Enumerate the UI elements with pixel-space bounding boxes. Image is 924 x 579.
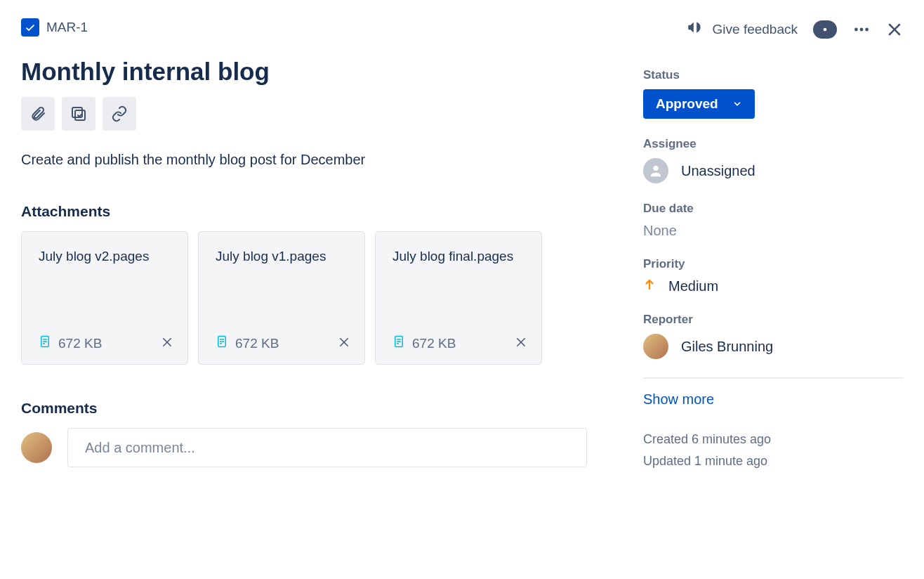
remove-attachment-button[interactable] [338,336,350,351]
attachment-name: July blog final.pages [392,249,527,264]
attachment-size: 672 KB [235,336,279,351]
updated-timestamp: Updated 1 minute ago [643,450,903,472]
priority-field[interactable]: Medium [643,278,903,294]
reporter-avatar [643,334,668,359]
status-value: Approved [656,96,718,112]
attachment-name: July blog v2.pages [39,249,173,264]
assignee-field[interactable]: Unassigned [643,158,903,183]
watch-icon[interactable] [813,20,837,39]
due-date-value[interactable]: None [643,223,903,239]
attachment-size: 672 KB [58,336,102,351]
reporter-label: Reporter [643,313,903,327]
attachments-heading: Attachments [21,203,587,220]
attachment-size: 672 KB [412,336,456,351]
created-timestamp: Created 6 minutes ago [643,429,903,450]
comments-heading: Comments [21,400,587,417]
status-label: Status [643,68,903,82]
svg-point-20 [824,27,827,31]
give-feedback-button[interactable]: Give feedback [686,18,798,40]
status-dropdown[interactable]: Approved [643,89,755,119]
remove-attachment-button[interactable] [515,336,527,351]
svg-point-21 [854,27,858,31]
close-icon[interactable] [886,21,903,38]
file-icon [39,334,51,353]
reporter-field[interactable]: Giles Brunning [643,334,903,359]
svg-point-22 [860,27,864,31]
more-actions-icon[interactable] [852,20,871,39]
megaphone-icon [686,18,704,40]
issue-key: MAR-1 [46,20,88,35]
assignee-label: Assignee [643,137,903,151]
chevron-down-icon [732,99,742,109]
remove-attachment-button[interactable] [161,336,173,351]
svg-point-23 [865,27,869,31]
comment-input[interactable] [67,428,587,467]
issue-description[interactable]: Create and publish the monthly blog post… [21,152,587,168]
file-icon [392,334,405,353]
task-type-icon [21,18,39,37]
svg-point-26 [653,166,658,171]
attach-button[interactable] [21,97,55,131]
due-date-label: Due date [643,202,903,216]
attachment-card[interactable]: July blog final.pages 672 KB [375,231,542,365]
priority-label: Priority [643,257,903,271]
issue-title[interactable]: Monthly internal blog [21,58,587,86]
feedback-label: Give feedback [713,22,798,37]
file-icon [216,334,228,353]
attachment-card[interactable]: July blog v2.pages 672 KB [21,231,188,365]
reporter-value: Giles Brunning [681,339,773,355]
priority-arrow-icon [643,278,656,294]
attachment-card[interactable]: July blog v1.pages 672 KB [198,231,365,365]
priority-value: Medium [668,278,718,294]
link-button[interactable] [103,97,136,131]
divider [643,377,903,379]
unassigned-avatar-icon [643,158,668,183]
breadcrumb[interactable]: MAR-1 [21,18,88,37]
current-user-avatar [21,432,52,463]
add-checklist-button[interactable] [62,97,95,131]
assignee-value: Unassigned [681,163,755,179]
show-more-link[interactable]: Show more [643,391,714,408]
attachment-name: July blog v1.pages [216,249,350,264]
